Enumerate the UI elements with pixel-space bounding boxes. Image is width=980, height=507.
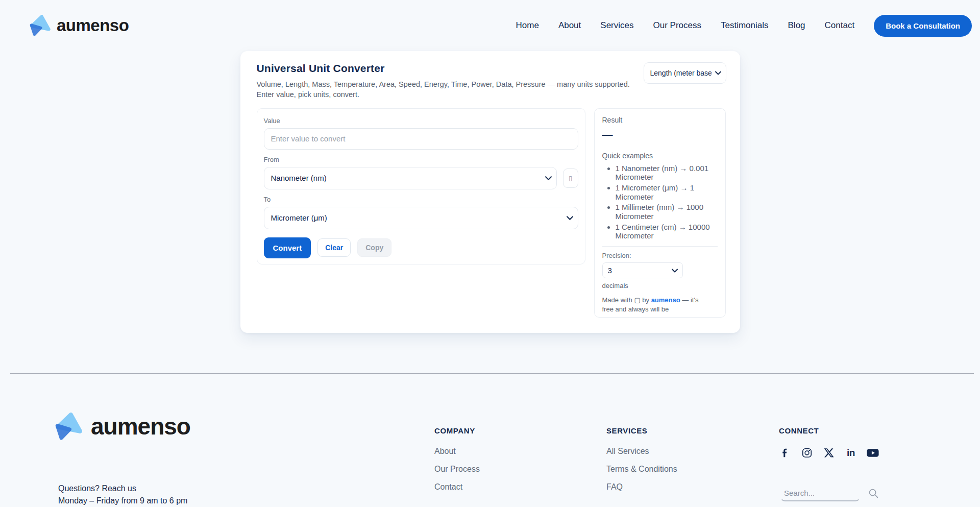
brand-logo[interactable]: aumenso: [28, 14, 129, 37]
swap-units-button[interactable]: ▯: [563, 168, 578, 188]
quick-example-item: 1 Millimeter (mm) → 1000 Micrometer: [616, 203, 718, 221]
footer: aumenso Questions? Reach us Monday – Fri…: [0, 374, 980, 507]
quick-example-item: 1 Nanometer (nm) → 0.001 Micrometer: [616, 164, 718, 182]
social-link-facebook[interactable]: [779, 447, 791, 459]
precision-select[interactable]: 3: [602, 262, 683, 278]
from-select[interactable]: Nanometer (nm): [264, 167, 557, 189]
social-link-linkedin[interactable]: in: [845, 447, 857, 459]
book-consultation-button[interactable]: Book a Consultation: [874, 15, 972, 37]
value-input[interactable]: [264, 128, 578, 150]
converter-card: Universal Unit Converter Volume, Length,…: [240, 51, 740, 333]
footer-connect-column: CONNECT in: [779, 426, 879, 459]
footer-brand-name: aumenso: [91, 413, 190, 440]
footer-brand-icon: [53, 411, 84, 442]
footer-questions: Questions? Reach us: [58, 484, 136, 493]
brand-name: aumenso: [57, 16, 129, 35]
footer-brand-logo[interactable]: aumenso: [53, 411, 190, 442]
nav-item-blog[interactable]: Blog: [788, 20, 805, 31]
footer-link-about[interactable]: About: [434, 447, 480, 456]
heart-glyph-icon: ▢: [634, 296, 640, 304]
social-link-youtube[interactable]: [867, 447, 879, 459]
footer-link-our-process[interactable]: Our Process: [434, 465, 480, 474]
converter-subtitle: Volume, Length, Mass, Temperature, Area,…: [257, 79, 635, 100]
precision-label: Precision:: [602, 252, 718, 259]
from-label: From: [264, 156, 578, 163]
precision-suffix: decimals: [602, 282, 718, 289]
instagram-icon: [801, 447, 813, 458]
nav-item-our-process[interactable]: Our Process: [653, 20, 701, 31]
footer-link-terms[interactable]: Terms & Conditions: [606, 465, 677, 474]
youtube-icon: [867, 448, 879, 458]
footer-hours: Monday – Friday from 9 am to 6 pm: [58, 496, 187, 505]
footer-search-input[interactable]: [780, 486, 861, 501]
copy-button[interactable]: Copy: [357, 238, 391, 257]
credit-link[interactable]: aumenso: [651, 296, 680, 304]
credit-line: Made with ▢ by aumenso — it's free and a…: [602, 296, 710, 313]
footer-services-heading: SERVICES: [606, 426, 677, 435]
footer-services-column: SERVICES All Services Terms & Conditions…: [606, 426, 677, 492]
quick-examples-list: 1 Nanometer (nm) → 0.001 Micrometer 1 Mi…: [602, 164, 718, 241]
converter-form-panel: Value From Nanometer (nm) ▯ To: [257, 108, 585, 264]
footer-link-contact[interactable]: Contact: [434, 482, 480, 492]
nav-item-testimonials[interactable]: Testimonials: [721, 20, 769, 31]
nav-item-contact[interactable]: Contact: [825, 20, 855, 31]
nav-item-about[interactable]: About: [558, 20, 581, 31]
footer-link-faq[interactable]: FAQ: [606, 482, 677, 492]
to-select[interactable]: Micrometer (μm): [264, 207, 578, 229]
to-label: To: [264, 196, 578, 203]
search-icon: [868, 488, 879, 499]
footer-company-heading: COMPANY: [434, 426, 480, 435]
social-link-x[interactable]: [823, 447, 835, 459]
x-icon: [824, 447, 835, 458]
footer-search: [780, 486, 879, 501]
quick-example-item: 1 Centimeter (cm) → 10000 Micrometer: [616, 223, 718, 240]
footer-link-all-services[interactable]: All Services: [606, 447, 677, 456]
converter-title: Universal Unit Converter: [257, 62, 635, 75]
result-label: Result: [602, 116, 718, 124]
clear-button[interactable]: Clear: [317, 238, 351, 257]
result-value: —: [602, 128, 718, 140]
footer-connect-heading: CONNECT: [779, 426, 879, 435]
quick-example-item: 1 Micrometer (μm) → 1 Micrometer: [616, 183, 718, 201]
swap-icon: ▯: [569, 175, 572, 182]
value-label: Value: [264, 117, 578, 125]
convert-button[interactable]: Convert: [264, 237, 311, 258]
search-button[interactable]: [868, 488, 879, 501]
facebook-icon: [779, 447, 791, 458]
quick-examples-label: Quick examples: [602, 152, 718, 160]
nav-item-services[interactable]: Services: [600, 20, 633, 31]
footer-company-column: COMPANY About Our Process Contact: [434, 426, 480, 492]
header: aumenso Home About Services Our Process …: [0, 0, 980, 51]
main-nav: Home About Services Our Process Testimon…: [516, 15, 972, 37]
nav-item-home[interactable]: Home: [516, 20, 539, 31]
category-select[interactable]: Length (meter base: [644, 62, 726, 84]
social-link-instagram[interactable]: [801, 447, 813, 459]
panel-divider: [602, 246, 718, 247]
linkedin-icon: in: [847, 447, 855, 458]
brand-logo-icon: [28, 14, 52, 37]
result-panel: Result — Quick examples 1 Nanometer (nm)…: [594, 108, 726, 318]
